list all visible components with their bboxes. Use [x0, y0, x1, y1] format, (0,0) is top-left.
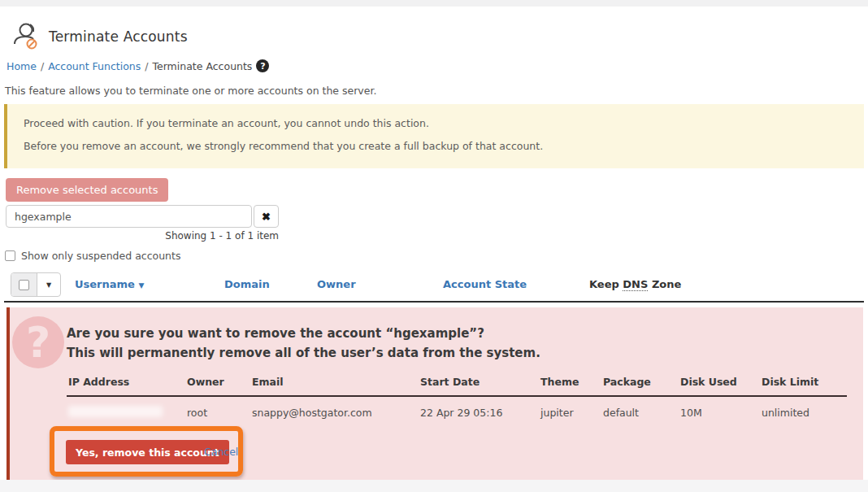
warning-callout: Proceed with caution. If you terminate a… [4, 104, 864, 168]
redacted-ip-blur [68, 406, 163, 417]
breadcrumb: Home / Account Functions / Terminate Acc… [7, 59, 269, 72]
confirm-message-line-1: Are you sure you want to remove the acco… [67, 324, 540, 343]
help-icon[interactable]: ? [256, 59, 269, 72]
disk-limit-value: unlimited [760, 397, 847, 424]
details-col-theme: Theme [539, 371, 601, 395]
details-value-row: root snappy@hostgator.com 22 Apr 29 05:1… [67, 397, 847, 424]
column-header-username[interactable]: Username ▼ [75, 278, 144, 290]
package-value: default [601, 397, 679, 424]
page-header: Terminate Accounts [10, 20, 188, 54]
sort-desc-icon: ▼ [138, 281, 144, 290]
owner-value: root [185, 397, 250, 424]
details-col-email: Email [250, 371, 419, 395]
disk-used-value: 10M [679, 397, 760, 424]
remove-selected-accounts-button[interactable]: Remove selected accounts [6, 178, 168, 202]
page-description: This feature allows you to terminate one… [5, 85, 376, 97]
breadcrumb-separator: / [41, 60, 44, 72]
question-mark-icon: ? [12, 316, 64, 368]
cancel-link[interactable]: Cancel [204, 446, 238, 458]
breadcrumb-separator: / [145, 60, 148, 72]
dns-abbr[interactable]: DNS [623, 278, 648, 291]
page-title: Terminate Accounts [49, 28, 188, 45]
details-col-package: Package [601, 371, 679, 395]
table-header-divider [4, 301, 864, 303]
breadcrumb-home-link[interactable]: Home [7, 60, 37, 72]
select-all-cell[interactable] [11, 273, 37, 296]
show-suspended-filter[interactable]: Show only suspended accounts [5, 250, 180, 262]
ip-address-value [67, 397, 185, 424]
breadcrumb-account-functions-link[interactable]: Account Functions [48, 60, 141, 72]
details-col-owner: Owner [185, 371, 250, 395]
terminate-account-icon [10, 20, 41, 54]
email-value: snappy@hostgator.com [250, 397, 419, 424]
terminate-accounts-page: Terminate Accounts Home / Account Functi… [0, 0, 868, 492]
details-col-disk-used: Disk Used [679, 371, 760, 395]
results-count: Showing 1 - 1 of 1 item [6, 230, 279, 242]
column-header-keep-dns-zone: Keep DNS Zone [589, 278, 681, 290]
breadcrumb-current: Terminate Accounts [152, 60, 252, 72]
select-all-checkbox[interactable] [19, 280, 29, 290]
content-area: Terminate Accounts Home / Account Functi… [0, 7, 868, 480]
confirm-message-line-2: This will permanently remove all of the … [67, 343, 540, 363]
details-col-start-date: Start Date [419, 371, 539, 395]
warning-line-2: Before you remove an account, we strongl… [24, 140, 848, 152]
select-all-group: ▼ [11, 272, 61, 297]
show-suspended-label: Show only suspended accounts [21, 250, 180, 262]
page-backdrop [0, 480, 868, 492]
warning-line-1: Proceed with caution. If you terminate a… [24, 117, 848, 129]
clear-search-button[interactable]: ✖ [254, 205, 279, 228]
confirm-message: Are you sure you want to remove the acco… [67, 324, 540, 363]
theme-value: jupiter [539, 397, 601, 424]
account-details-table: IP Address Owner Email Start Date Theme … [67, 371, 847, 424]
column-header-account-state[interactable]: Account State [443, 278, 527, 290]
details-col-ip: IP Address [67, 371, 185, 395]
details-header-row: IP Address Owner Email Start Date Theme … [67, 371, 847, 395]
start-date-value: 22 Apr 29 05:16 [419, 397, 539, 424]
search-input[interactable] [6, 205, 252, 228]
column-header-owner[interactable]: Owner [317, 278, 356, 290]
show-suspended-checkbox[interactable] [5, 250, 15, 261]
chevron-down-icon: ▼ [46, 281, 51, 289]
column-header-domain[interactable]: Domain [224, 278, 270, 290]
confirm-termination-panel: ? Are you sure you want to remove the ac… [7, 307, 863, 485]
details-col-disk-limit: Disk Limit [760, 371, 847, 395]
select-menu-button[interactable]: ▼ [37, 273, 60, 296]
clear-icon: ✖ [262, 211, 271, 223]
annotation-highlight-box: Yes, remove this account Cancel [50, 426, 243, 477]
